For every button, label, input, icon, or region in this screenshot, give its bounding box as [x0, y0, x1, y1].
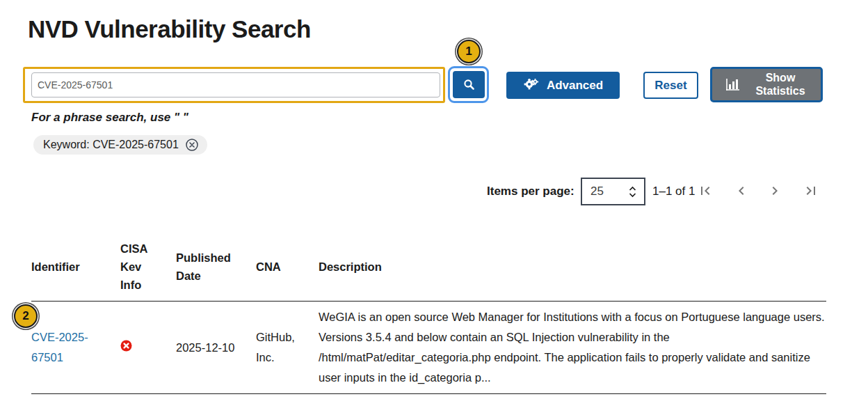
cell-identifier: CVE-2025-67501	[31, 302, 120, 394]
last-page-icon	[803, 182, 819, 199]
table-header-row: Identifier CISA Kev Info Published Date …	[31, 234, 826, 302]
first-page-button[interactable]	[697, 182, 714, 199]
search-input[interactable]	[31, 72, 440, 97]
cve-link[interactable]: CVE-2025-67501	[31, 331, 88, 363]
cell-description: WeGIA is an open source Web Manager for …	[319, 302, 826, 394]
cell-published-date: 2025-12-10	[176, 302, 256, 394]
not-in-kev-icon	[120, 340, 132, 352]
header-description: Description	[319, 234, 826, 302]
reset-button-label: Reset	[654, 79, 686, 93]
keyword-chip[interactable]: Keyword: CVE-2025-67501	[33, 135, 207, 155]
show-statistics-label: Show Statistics	[753, 72, 808, 97]
annotation-marker-1: 1	[457, 40, 481, 63]
advanced-button-label: Advanced	[547, 79, 603, 93]
next-page-button[interactable]	[766, 182, 783, 199]
items-per-page-label: Items per page:	[487, 185, 574, 198]
advanced-button[interactable]: Advanced	[506, 72, 620, 99]
reset-button[interactable]: Reset	[643, 72, 698, 99]
header-cisa-kev-info: CISA Kev Info	[120, 234, 176, 302]
previous-page-button[interactable]	[733, 182, 750, 199]
last-page-button[interactable]	[803, 182, 819, 199]
first-page-icon	[697, 182, 714, 199]
header-identifier: Identifier	[31, 234, 120, 302]
table-row: CVE-2025-67501 2025-12-10 GitHub, Inc. W…	[31, 302, 826, 394]
spinner-arrows-icon	[628, 186, 637, 198]
header-cna: CNA	[256, 234, 319, 302]
search-button[interactable]	[453, 71, 485, 98]
header-published-date: Published Date	[176, 234, 256, 302]
gears-icon	[523, 79, 540, 93]
items-per-page-value: 25	[590, 185, 604, 198]
chevron-left-icon	[733, 182, 750, 199]
bar-chart-icon	[725, 77, 741, 93]
cell-cna: GitHub, Inc.	[256, 302, 319, 394]
keyword-chip-label: Keyword: CVE-2025-67501	[43, 139, 179, 151]
items-per-page-select[interactable]: 25	[581, 178, 645, 205]
phrase-search-hint: For a phrase search, use " "	[31, 111, 188, 125]
cell-cisa-kev	[120, 302, 176, 394]
page-range-text: 1–1 of 1	[652, 185, 695, 198]
annotation-marker-2: 2	[14, 304, 38, 328]
show-statistics-button[interactable]: Show Statistics	[710, 67, 823, 102]
search-icon	[463, 79, 475, 91]
chevron-right-icon	[766, 182, 783, 199]
results-table: Identifier CISA Kev Info Published Date …	[31, 234, 826, 394]
remove-keyword-icon[interactable]	[185, 138, 199, 152]
page-title: NVD Vulnerability Search	[28, 15, 311, 43]
